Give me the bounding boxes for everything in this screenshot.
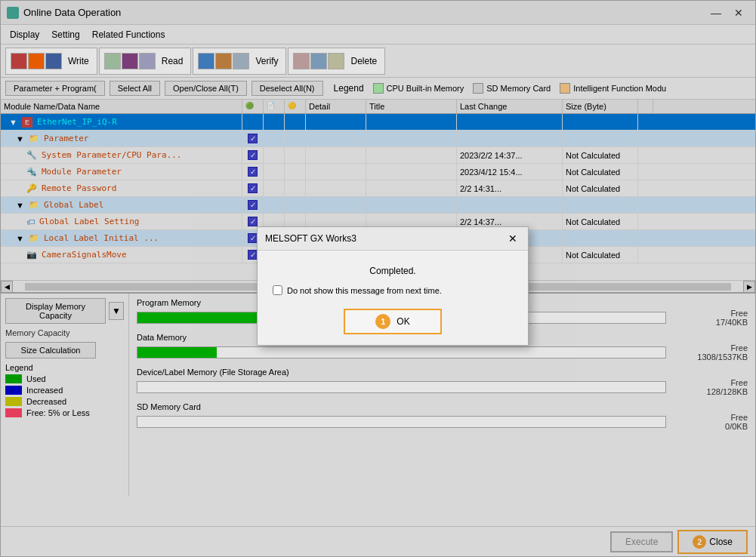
modal-dialog: MELSOFT GX Works3 ✕ Completed. Do not sh…	[257, 226, 529, 346]
modal-checkbox-label: Do not show this message from next time.	[287, 286, 442, 295]
ok-button[interactable]: 1 OK	[344, 309, 441, 334]
ok-label: OK	[397, 316, 409, 327]
modal-body: Completed. Do not show this message from…	[258, 251, 528, 303]
modal-overlay: MELSOFT GX Works3 ✕ Completed. Do not sh…	[0, 0, 756, 557]
modal-message: Completed.	[273, 266, 513, 276]
modal-title-bar: MELSOFT GX Works3 ✕	[258, 227, 528, 251]
ok-step-badge: 1	[375, 314, 390, 329]
modal-close-button[interactable]: ✕	[505, 232, 520, 245]
modal-footer: 1 OK	[258, 303, 528, 345]
modal-checkbox-area: Do not show this message from next time.	[273, 285, 513, 295]
modal-title-text: MELSOFT GX Works3	[265, 233, 356, 244]
modal-checkbox[interactable]	[273, 285, 282, 295]
